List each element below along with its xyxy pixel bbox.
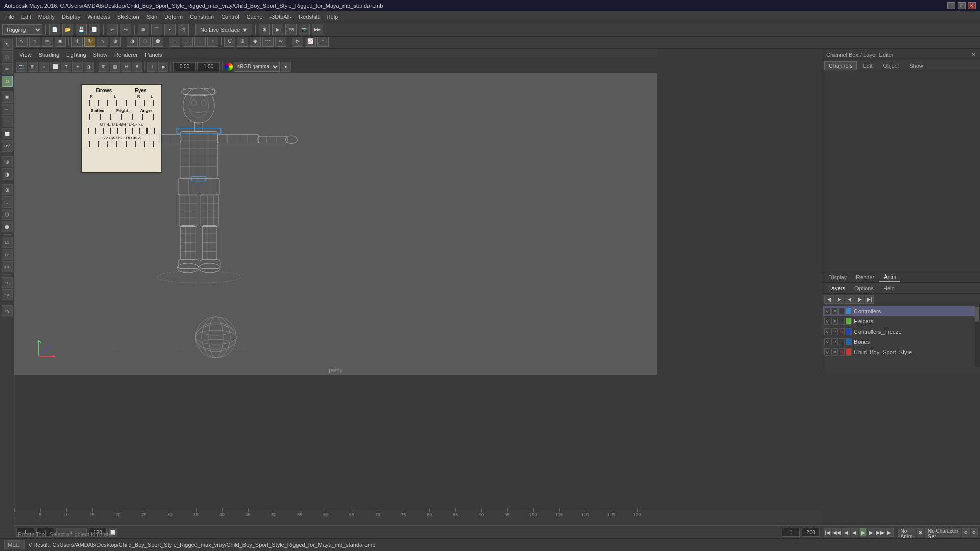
snap-curve-button[interactable]: ⌒ bbox=[151, 24, 162, 35]
go-end-button[interactable]: ▶| bbox=[886, 528, 893, 537]
maximize-button[interactable]: □ bbox=[958, 2, 966, 9]
menu-cache[interactable]: Cache bbox=[243, 13, 266, 21]
lasso-mode-button[interactable]: ◌ bbox=[2, 51, 13, 62]
mel-label[interactable]: MEL bbox=[4, 540, 24, 549]
vp-smooth-button[interactable]: ○ bbox=[39, 62, 49, 72]
vp-grid-button[interactable]: ⊞ bbox=[99, 62, 109, 72]
obj-mode-button[interactable]: ▣ bbox=[2, 91, 13, 103]
python-button[interactable]: Py bbox=[2, 305, 13, 316]
lattice-button[interactable]: ⊞ bbox=[237, 36, 248, 47]
prev-frame-button[interactable]: ◀ bbox=[842, 528, 849, 537]
paint-mode-button[interactable]: ✏ bbox=[2, 63, 13, 74]
graph-editor-button[interactable]: 📈 bbox=[305, 36, 316, 47]
menu-file[interactable]: File bbox=[2, 13, 17, 21]
snap-view-button[interactable]: ⊡ bbox=[178, 24, 189, 35]
timeline[interactable]: 0510152025303540455055606570758085909510… bbox=[14, 508, 822, 525]
tab-show[interactable]: Show bbox=[904, 61, 928, 70]
layer-prev-button[interactable]: ◀ bbox=[824, 295, 834, 304]
open-file-button[interactable]: 📂 bbox=[62, 24, 74, 35]
vp-shadow-button[interactable]: ◑ bbox=[84, 62, 94, 72]
add-joint-button[interactable]: ⊥ bbox=[169, 36, 180, 47]
layer-v-controllers[interactable]: V bbox=[824, 308, 830, 315]
layer-p-cfreeze[interactable]: P bbox=[831, 328, 838, 335]
layer-row-helpers[interactable]: V P Helpers bbox=[823, 316, 979, 327]
menu-display[interactable]: Display bbox=[59, 13, 83, 21]
layer-r-helpers[interactable] bbox=[839, 318, 845, 325]
menu-3dtoall[interactable]: -3DtoAll- bbox=[266, 13, 295, 21]
layer-v-helpers[interactable]: V bbox=[824, 318, 830, 325]
vp-camera-button[interactable]: 📷 bbox=[16, 62, 27, 72]
redo-button[interactable]: ↪ bbox=[120, 24, 131, 35]
layer-r-childboy[interactable]: R bbox=[839, 348, 845, 356]
soft-select-left-button[interactable]: ◑ bbox=[2, 168, 13, 180]
next-frame-button[interactable]: ▶ bbox=[868, 528, 875, 537]
dope-sheet-button[interactable]: ≡ bbox=[317, 36, 329, 47]
layer-row-controllers[interactable]: V P Controllers bbox=[823, 306, 979, 316]
render-settings-button[interactable]: ⚙ bbox=[259, 24, 270, 35]
anim-prefs-button[interactable]: ⚙ bbox=[971, 528, 978, 537]
close-button[interactable]: ✕ bbox=[968, 2, 976, 9]
layer-tab-anim[interactable]: Anim bbox=[879, 272, 900, 282]
show-manip-button[interactable]: ⊞ bbox=[2, 184, 13, 195]
layer-tab-display[interactable]: Display bbox=[824, 273, 851, 281]
rotate-tool-button[interactable]: ↻ bbox=[84, 36, 95, 47]
menu-skin[interactable]: Skin bbox=[143, 13, 160, 21]
insert-joint-button[interactable]: + bbox=[207, 36, 218, 47]
vp-value1-input[interactable] bbox=[173, 62, 196, 71]
vp-color-settings-button[interactable]: ▼ bbox=[281, 62, 291, 72]
menu-help[interactable]: Help bbox=[324, 13, 341, 21]
layer-next2-button[interactable]: ▶ bbox=[855, 295, 864, 304]
layer-tab-render[interactable]: Render bbox=[852, 273, 878, 281]
vp-playback-button[interactable]: ▶ bbox=[158, 62, 168, 72]
cluster-button[interactable]: C bbox=[224, 36, 235, 47]
create-anim-button[interactable]: ⊳ bbox=[292, 36, 303, 47]
range-end-input[interactable] bbox=[802, 528, 820, 537]
layer-prev2-button[interactable]: ◀ bbox=[845, 295, 854, 304]
save-file-button[interactable]: 💾 bbox=[76, 24, 87, 35]
rotate-mode-button[interactable]: ↻ bbox=[2, 76, 13, 87]
select-hier-button[interactable]: ▣ bbox=[55, 36, 66, 47]
smooth-mesh-button[interactable]: ⬡ bbox=[2, 209, 13, 220]
layer-scrollbar[interactable] bbox=[975, 306, 980, 367]
new-file-button[interactable]: 📄 bbox=[49, 24, 60, 35]
play-back-button[interactable]: ◀ bbox=[851, 528, 858, 537]
next-key-button[interactable]: ▶▶ bbox=[876, 528, 885, 537]
layer-p-bones[interactable]: P bbox=[831, 338, 838, 345]
anim-layer-options-button[interactable]: ⚙ bbox=[917, 528, 924, 537]
layer-sub-layers[interactable]: Layers bbox=[824, 284, 849, 292]
wraptool-button[interactable]: W bbox=[275, 36, 286, 47]
paint-select-button[interactable]: ✏ bbox=[42, 36, 53, 47]
vp-isolate-button[interactable]: I bbox=[147, 62, 157, 72]
wire-button[interactable]: 〰 bbox=[262, 36, 274, 47]
prev-key-button[interactable]: ◀◀ bbox=[832, 528, 841, 537]
vp-resolution-button[interactable]: R bbox=[132, 62, 142, 72]
layer-p-controllers[interactable]: P bbox=[831, 308, 838, 315]
vp-light-button[interactable]: ☀ bbox=[72, 62, 83, 72]
menu-skeleton[interactable]: Skeleton bbox=[114, 13, 142, 21]
paint-attr-button[interactable]: ⬟ bbox=[152, 36, 163, 47]
menu-redshift[interactable]: Redshift bbox=[296, 13, 322, 21]
vp-value2-input[interactable] bbox=[197, 62, 220, 71]
select-tool-button[interactable]: ↖ bbox=[16, 36, 28, 47]
render-snap-button[interactable]: 📷 bbox=[299, 24, 310, 35]
vp-menu-panels[interactable]: Panels bbox=[142, 51, 165, 59]
layer-row-bones[interactable]: V P Bones bbox=[823, 337, 979, 347]
vp-bounding-button[interactable]: ⬜ bbox=[50, 62, 60, 72]
layer-r-bones[interactable] bbox=[839, 338, 845, 345]
char-set-display[interactable]: No Character Set bbox=[925, 528, 961, 537]
sculpt-deform-button[interactable]: ◌ bbox=[139, 36, 151, 47]
select-mode-button[interactable]: ↖ bbox=[2, 39, 13, 50]
snap-point-button[interactable]: • bbox=[164, 24, 176, 35]
char-set-options-button[interactable]: ⚙ bbox=[962, 528, 969, 537]
snap-grid-button[interactable]: ▦ bbox=[138, 24, 149, 35]
anim-layer-select[interactable]: No Anim Layer bbox=[898, 528, 916, 537]
live-surface-button[interactable]: No Live Surface ▼ bbox=[195, 24, 252, 35]
vp-film-button[interactable]: ▦ bbox=[110, 62, 120, 72]
layer-next-button[interactable]: ▶ bbox=[835, 295, 844, 304]
vp-color-space-select[interactable]: sRGB gamma Linear bbox=[234, 62, 280, 72]
layer-end-button[interactable]: ▶| bbox=[865, 295, 874, 304]
layer-v-cfreeze[interactable]: V bbox=[824, 328, 830, 335]
tab-object[interactable]: Object bbox=[878, 61, 903, 70]
xgen-button[interactable]: XG bbox=[2, 277, 13, 288]
menu-windows[interactable]: Windows bbox=[84, 13, 113, 21]
